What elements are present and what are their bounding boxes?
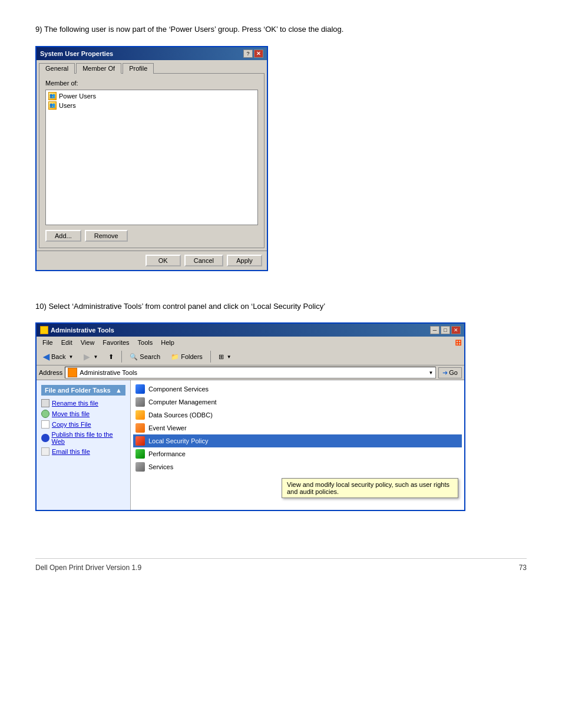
- file-item-performance[interactable]: Performance: [133, 447, 462, 460]
- step9-instruction: 9) The following user is now part of the…: [35, 24, 527, 35]
- back-button[interactable]: ◀ Back ▼: [39, 350, 77, 363]
- address-value: Administrative Tools: [80, 369, 137, 376]
- file-item-computer-management[interactable]: Computer Management: [133, 396, 462, 409]
- users-icon: 👥: [48, 101, 57, 110]
- up-button[interactable]: ⬆: [104, 351, 118, 363]
- dialog-tab-content: Member of: 👥 Power Users 👥 Users Add... …: [39, 73, 265, 248]
- admin-tools-window: Administrative Tools ─ □ ✕ File Edit Vie…: [35, 322, 465, 511]
- sidebar-title-text: File and Folder Tasks: [45, 387, 111, 394]
- folders-label: Folders: [181, 353, 203, 360]
- remove-button[interactable]: Remove: [85, 230, 128, 242]
- add-button[interactable]: Add...: [45, 230, 81, 242]
- computer-management-icon: [135, 397, 145, 407]
- data-sources-icon: [135, 410, 145, 420]
- member-of-label: Member of:: [45, 80, 258, 87]
- address-label: Address: [39, 369, 62, 376]
- forward-arrow-icon: ▶: [84, 352, 90, 361]
- sidebar-panel: File and Folder Tasks ▲ Rename this file…: [37, 380, 131, 510]
- toolbar: ◀ Back ▼ ▶ ▼ ⬆ 🔍 Search 📁 Folders: [37, 348, 464, 365]
- services-label: Services: [148, 463, 173, 470]
- go-button[interactable]: ➜ Go: [438, 367, 462, 378]
- member-of-listbox[interactable]: 👥 Power Users 👥 Users: [45, 90, 258, 225]
- menu-favorites[interactable]: Favorites: [99, 338, 133, 347]
- sidebar-link-publish[interactable]: Publish this file to the Web: [41, 430, 125, 446]
- sidebar-collapse-icon[interactable]: ▲: [115, 387, 122, 394]
- folders-button[interactable]: 📁 Folders: [167, 351, 207, 363]
- email-label: Email this file: [52, 448, 90, 455]
- address-dropdown-icon: ▼: [428, 370, 433, 375]
- ok-button[interactable]: OK: [146, 255, 181, 266]
- toolbar-separator-2: [210, 351, 211, 363]
- copy-label: Copy this File: [52, 421, 91, 428]
- minimize-button[interactable]: ─: [430, 326, 439, 334]
- admin-tools-title-left: Administrative Tools: [40, 326, 114, 334]
- menu-view[interactable]: View: [77, 338, 98, 347]
- data-sources-label: Data Sources (ODBC): [148, 411, 213, 419]
- apply-button[interactable]: Apply: [227, 255, 262, 266]
- menubar: File Edit View Favorites Tools Help ⊞: [37, 337, 464, 348]
- sidebar-title: File and Folder Tasks ▲: [41, 385, 125, 396]
- address-bar: Address Administrative Tools ▼ ➜ Go: [37, 365, 464, 380]
- power-users-icon: 👥: [48, 92, 57, 100]
- sidebar-link-copy[interactable]: Copy this File: [41, 419, 125, 430]
- back-label: Back: [51, 353, 65, 360]
- cancel-button[interactable]: Cancel: [184, 255, 223, 266]
- maximize-button[interactable]: □: [441, 326, 450, 334]
- tab-member-of[interactable]: Member Of: [76, 63, 121, 74]
- menu-file[interactable]: File: [39, 338, 57, 347]
- tab-general[interactable]: General: [39, 63, 75, 74]
- admin-tools-title: Administrative Tools: [51, 327, 114, 334]
- menu-edit[interactable]: Edit: [58, 338, 76, 347]
- rename-icon: [41, 399, 49, 407]
- help-button[interactable]: ?: [243, 50, 253, 58]
- tooltip-text: View and modify local security policy, s…: [287, 481, 449, 495]
- dialog-bottom-buttons: OK Cancel Apply: [37, 251, 267, 270]
- computer-management-label: Computer Management: [148, 398, 217, 406]
- email-icon: [41, 447, 49, 456]
- list-item-users[interactable]: 👥 Users: [47, 101, 256, 110]
- file-item-local-security-policy[interactable]: Local Security Policy: [133, 434, 462, 447]
- list-item-power-users[interactable]: 👥 Power Users: [47, 91, 256, 101]
- file-item-event-viewer[interactable]: Event Viewer: [133, 421, 462, 434]
- component-services-icon: [135, 384, 145, 394]
- performance-label: Performance: [148, 450, 186, 457]
- step10-instruction: 10) Select ‘Administrative Tools’ from c…: [35, 301, 527, 312]
- sidebar-link-rename[interactable]: Rename this file: [41, 398, 125, 409]
- search-button[interactable]: 🔍 Search: [125, 351, 164, 363]
- move-icon: [41, 410, 49, 418]
- file-item-component-services[interactable]: Component Services: [133, 383, 462, 396]
- back-arrow-icon: ◀: [43, 352, 49, 361]
- admin-tools-titlebar-buttons: ─ □ ✕: [430, 326, 461, 334]
- sidebar-link-email[interactable]: Email this file: [41, 446, 125, 457]
- dialog-tabs: General Member Of Profile: [37, 60, 267, 73]
- power-users-label: Power Users: [59, 93, 96, 100]
- search-icon: 🔍: [130, 353, 138, 361]
- tooltip-box: View and modify local security policy, s…: [282, 478, 458, 498]
- main-file-panel: Component Services Computer Management D…: [131, 380, 464, 510]
- view-button[interactable]: ⊞ ▼: [214, 351, 236, 363]
- sidebar-link-move[interactable]: Move this file: [41, 409, 125, 419]
- forward-button[interactable]: ▶ ▼: [80, 350, 102, 363]
- tab-profile[interactable]: Profile: [123, 63, 154, 74]
- local-security-policy-label: Local Security Policy: [148, 437, 209, 444]
- menu-tools[interactable]: Tools: [134, 338, 157, 347]
- go-label: Go: [449, 369, 458, 376]
- address-field[interactable]: Administrative Tools ▼: [65, 367, 436, 378]
- forward-dropdown-icon: ▼: [93, 354, 98, 360]
- dialog-close-button[interactable]: ✕: [254, 50, 263, 58]
- dialog-title: System User Properties: [40, 50, 113, 57]
- file-item-data-sources[interactable]: Data Sources (ODBC): [133, 409, 462, 421]
- performance-icon: [135, 449, 145, 459]
- page-footer: Dell Open Print Driver Version 1.9 73: [35, 558, 527, 572]
- admin-tools-title-icon: [40, 326, 48, 334]
- window-close-button[interactable]: ✕: [451, 326, 461, 334]
- copy-icon: [41, 420, 49, 429]
- file-item-services[interactable]: Services: [133, 460, 462, 473]
- go-arrow-icon: ➜: [442, 369, 448, 377]
- menu-help[interactable]: Help: [157, 338, 178, 347]
- view-icon: ⊞: [219, 353, 224, 361]
- services-icon: [135, 462, 145, 472]
- admin-tools-wrapper: Administrative Tools ─ □ ✕ File Edit Vie…: [35, 322, 527, 511]
- event-viewer-label: Event Viewer: [148, 424, 187, 431]
- address-icon: [68, 368, 77, 377]
